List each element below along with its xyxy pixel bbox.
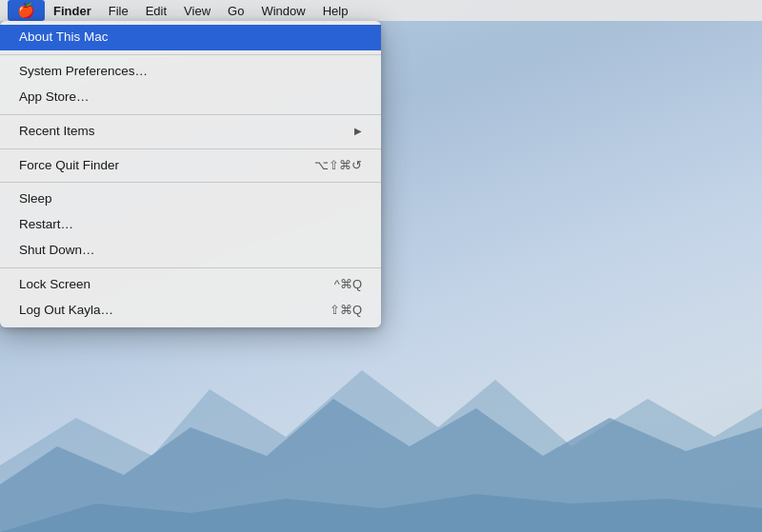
log-out-shortcut: ⇧⌘Q [330, 302, 362, 319]
view-label: View [184, 4, 211, 18]
view-menu[interactable]: View [175, 0, 219, 21]
apple-menu-button[interactable]: 🍎 [8, 0, 45, 21]
edit-menu[interactable]: Edit [137, 0, 175, 21]
recent-items-label: Recent Items [19, 123, 95, 141]
recent-items-item[interactable]: Recent Items ▶ [0, 119, 381, 145]
sleep-label: Sleep [19, 190, 52, 208]
mountain-background [0, 294, 762, 532]
file-menu[interactable]: File [100, 0, 137, 21]
sleep-item[interactable]: Sleep [0, 187, 381, 212]
file-label: File [109, 4, 129, 18]
force-quit-label: Force Quit Finder [19, 157, 119, 175]
shut-down-label: Shut Down… [19, 242, 95, 260]
log-out-label: Log Out Kayla… [19, 302, 113, 320]
system-preferences-item[interactable]: System Preferences… [0, 59, 381, 85]
go-menu[interactable]: Go [219, 0, 252, 21]
edit-label: Edit [146, 4, 167, 18]
desktop: 🍎 Finder File Edit View Go Window Help A… [0, 0, 762, 532]
recent-items-arrow-icon: ▶ [354, 125, 362, 138]
about-this-mac-label: About This Mac [19, 29, 109, 47]
restart-label: Restart… [19, 216, 73, 234]
log-out-item[interactable]: Log Out Kayla… ⇧⌘Q [0, 298, 381, 324]
system-preferences-label: System Preferences… [19, 63, 148, 81]
go-label: Go [228, 4, 244, 18]
app-store-label: App Store… [19, 89, 90, 107]
finder-menu[interactable]: Finder [45, 0, 100, 21]
restart-item[interactable]: Restart… [0, 212, 381, 238]
separator-5 [0, 267, 381, 268]
separator-3 [0, 148, 381, 149]
finder-label: Finder [53, 4, 91, 18]
force-quit-shortcut: ⌥⇧⌘↺ [314, 157, 362, 174]
about-this-mac-item[interactable]: About This Mac [0, 25, 381, 50]
lock-screen-label: Lock Screen [19, 276, 90, 294]
help-label: Help [323, 4, 349, 18]
window-menu[interactable]: Window [252, 0, 313, 21]
lock-screen-shortcut: ^⌘Q [334, 276, 362, 293]
app-store-item[interactable]: App Store… [0, 85, 381, 110]
help-menu[interactable]: Help [314, 0, 357, 21]
lock-screen-item[interactable]: Lock Screen ^⌘Q [0, 272, 381, 298]
shut-down-item[interactable]: Shut Down… [0, 238, 381, 264]
apple-dropdown-menu: About This Mac System Preferences… App S… [0, 21, 381, 327]
separator-1 [0, 54, 381, 55]
menubar: 🍎 Finder File Edit View Go Window Help [0, 0, 762, 21]
separator-2 [0, 114, 381, 115]
window-label: Window [261, 4, 305, 18]
apple-icon: 🍎 [17, 2, 35, 19]
separator-4 [0, 182, 381, 183]
force-quit-item[interactable]: Force Quit Finder ⌥⇧⌘↺ [0, 153, 381, 179]
